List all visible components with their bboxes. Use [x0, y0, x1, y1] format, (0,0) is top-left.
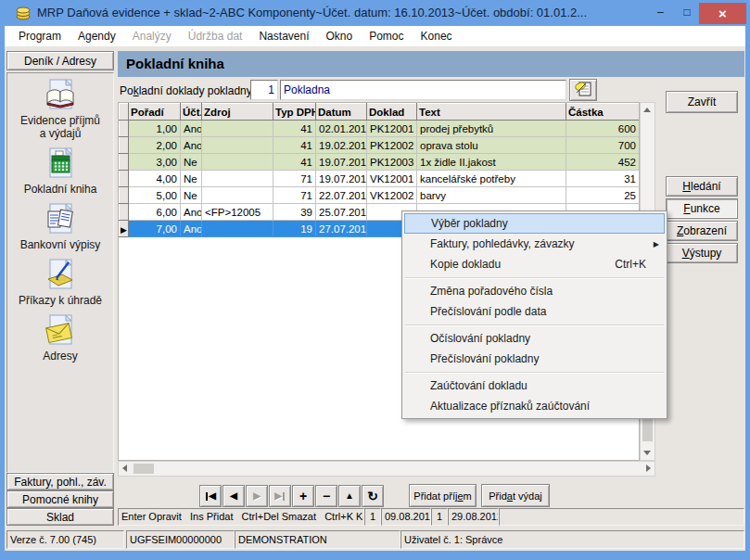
- close-button[interactable]: ×: [699, 3, 746, 24]
- horizontal-scroll-thumb[interactable]: [133, 464, 154, 474]
- table-cell: 19.07.2012: [316, 154, 367, 171]
- table-cell: Ano: [181, 204, 202, 221]
- sidebar-tab-denik-adresy[interactable]: Deník / Adresy: [6, 51, 114, 70]
- column-header-6[interactable]: Text: [417, 104, 566, 121]
- status-version: Verze č. 7.00 (745): [6, 530, 124, 549]
- menubar-item-program[interactable]: Program: [10, 30, 70, 43]
- menu-item-label: Výběr pokladny: [431, 217, 658, 230]
- menubar-item-konec[interactable]: Konec: [413, 30, 461, 43]
- table-cell: [202, 171, 273, 187]
- sidebar-item-evidence-prijmu-a-vydaju[interactable]: Evidence příjmůa výdajů: [7, 79, 113, 140]
- pomocne-knihy-button[interactable]: Pomocné knihy: [6, 490, 114, 508]
- button-label: t výdaj: [513, 490, 542, 502]
- grid-header-row: PořadíÚčt.ZdrojTyp DPHDatumDokladTextČás…: [120, 104, 640, 121]
- table-cell: Ne: [181, 154, 202, 171]
- add-expense-button[interactable]: Přidat výdaj: [481, 484, 550, 507]
- table-cell: 22.07.2012: [316, 187, 367, 204]
- table-cell: 41: [273, 137, 316, 154]
- first-record-button[interactable]: ◀: [199, 485, 222, 507]
- cashbox-name-field[interactable]: Pokladna: [280, 80, 566, 100]
- delete-record-icon: −: [323, 490, 330, 503]
- bar-glyph: [206, 492, 208, 501]
- button-label: Přidat příj: [413, 490, 457, 502]
- zavrit-button[interactable]: Zavřít: [666, 91, 738, 113]
- table-cell: 2,00: [129, 137, 181, 154]
- column-header-5[interactable]: Doklad: [367, 104, 417, 121]
- table-cell: 7,00: [129, 221, 181, 237]
- sidebar-item-prikazy-k-uhrade[interactable]: Příkazy k úhradě: [7, 259, 113, 307]
- context-menu-item-vyber-pokladny[interactable]: Výběr pokladny: [404, 213, 665, 234]
- horizontal-scrollbar[interactable]: [118, 461, 655, 477]
- scroll-up-icon[interactable]: [643, 108, 651, 112]
- context-menu-item-kopie-dokladu[interactable]: Kopie dokladuCtrl+K: [404, 254, 665, 274]
- sidebar-item-adresy[interactable]: Adresy: [7, 314, 113, 363]
- column-header-3[interactable]: Typ DPH: [273, 104, 316, 121]
- prior-record-button[interactable]: ◀: [222, 485, 245, 507]
- button-label: V: [682, 247, 690, 260]
- context-menu-item-faktury-pohledavky-zavazky[interactable]: Faktury, pohledávky, závazky▶: [404, 234, 665, 254]
- menubar-item-pomoc[interactable]: Pomoc: [361, 30, 412, 43]
- status-user: Uživatel č. 1: Správce: [400, 530, 744, 549]
- table-cell: 1,00: [129, 121, 181, 137]
- button-label: unkce: [691, 202, 720, 215]
- insert-record-button[interactable]: +: [292, 485, 314, 507]
- funkce-button[interactable]: Funkce: [666, 198, 738, 219]
- delete-record-button[interactable]: −: [315, 485, 337, 507]
- select-cashbox-button[interactable]: [569, 79, 597, 101]
- column-header-0[interactable]: Pořadí: [129, 104, 181, 121]
- cashbox-number-field[interactable]: 1: [250, 80, 278, 100]
- table-cell: 19: [273, 221, 316, 237]
- envelope-icon: [44, 314, 77, 348]
- menubar-item-udrzba-dat: Údržba dat: [180, 30, 251, 43]
- scroll-left-icon[interactable]: [122, 465, 127, 472]
- vystupy-button[interactable]: Výstupy: [666, 243, 738, 263]
- context-menu-item-precislovani-podle-data[interactable]: Přečíslování podle data: [404, 301, 665, 322]
- column-header-4[interactable]: Datum: [316, 104, 367, 121]
- hledani-button[interactable]: Hledání: [666, 176, 738, 197]
- menubar-item-okno[interactable]: Okno: [317, 30, 361, 43]
- sidebar-item-label: Evidence příjmů: [7, 114, 113, 127]
- context-menu-item-aktualizace-priznaku-zauctovani[interactable]: Aktualizace příznaků zaúčtování: [404, 396, 665, 416]
- table-row[interactable]: 4,00Ne7119.07.2012VK12001kancelářské pot…: [120, 171, 640, 187]
- sidebar-item-pokladni-kniha[interactable]: Pokladní kniha: [7, 147, 113, 196]
- table-row[interactable]: 2,00Ano4119.02.2012PK12002oprava stolu70…: [120, 137, 640, 154]
- button-label: ledání: [691, 180, 721, 193]
- scroll-down-icon[interactable]: [643, 451, 651, 455]
- column-header-2[interactable]: Zdroj: [202, 104, 273, 121]
- sklad-button[interactable]: Sklad: [6, 508, 114, 526]
- scroll-right-icon[interactable]: [646, 465, 651, 472]
- menubar-item-agendy[interactable]: Agendy: [70, 30, 124, 43]
- menu-item-label: Kopie dokladu: [430, 258, 615, 271]
- menubar-item-nastaveni[interactable]: Nastavení: [250, 30, 317, 43]
- menu-separator: [405, 372, 664, 373]
- context-menu-item-zauctovani-dokladu[interactable]: Zaúčtování dokladu: [404, 375, 665, 396]
- zobrazeni-button[interactable]: Zobrazení: [666, 221, 738, 241]
- table-cell: 4,00: [129, 171, 181, 187]
- add-income-button[interactable]: Přidat příjem: [409, 484, 477, 507]
- context-menu-item-ocislovani-pokladny[interactable]: Očíslování pokladny: [404, 328, 665, 349]
- window-title: MRP Daňová evidence + sklad~2-ABC Kompon…: [37, 0, 587, 26]
- refresh-button[interactable]: ↻: [362, 485, 384, 507]
- context-menu-item-zmena-poradoveho-cisla[interactable]: Změna pořadového čísla: [404, 281, 665, 301]
- table-cell: 700: [566, 137, 640, 154]
- column-header-1[interactable]: Účt.: [181, 104, 202, 121]
- vertical-scroll-thumb[interactable]: [642, 419, 653, 441]
- table-cell: 02.01.2012: [316, 121, 367, 137]
- column-header-7[interactable]: Částka: [566, 104, 640, 121]
- faktury-pohl-zav-button[interactable]: Faktury, pohl., záv.: [6, 473, 114, 490]
- context-menu-item-precislovani-pokladny[interactable]: Přečíslování pokladny: [404, 349, 665, 369]
- button-label: ýstupy: [690, 247, 722, 260]
- table-row[interactable]: 3,00Ne4119.07.2012PK120031x židle II.jak…: [120, 154, 640, 171]
- table-cell: 1x židle II.jakost: [417, 154, 566, 171]
- cashbox-label: Pokladní doklady pokladny č.: [120, 84, 263, 97]
- menu-item-label: Změna pořadového čísla: [430, 285, 659, 298]
- sidebar-item-bankovni-vypisy[interactable]: Bankovní výpisy: [7, 203, 113, 251]
- table-cell: 6,00: [129, 204, 181, 221]
- edit-record-button[interactable]: ▲: [338, 485, 361, 507]
- app-coins-icon: [16, 5, 32, 20]
- table-cell: 3,00: [129, 154, 181, 171]
- maximize-button[interactable]: □: [674, 1, 700, 25]
- minimize-button[interactable]: −: [647, 1, 673, 25]
- table-row[interactable]: 1,00Ano4102.01.2012PK12001prodej přebytk…: [120, 121, 640, 137]
- table-row[interactable]: 5,00Ne7122.07.2012VK12002barvy25: [120, 187, 640, 204]
